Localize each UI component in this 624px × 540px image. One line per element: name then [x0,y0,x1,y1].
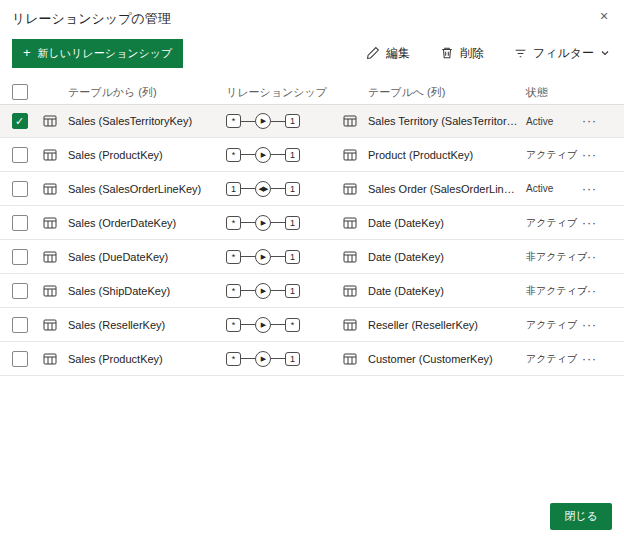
left-cardinality: * [226,284,241,298]
relationship-line [271,154,285,155]
table-icon [342,283,368,299]
table-icon [342,147,368,163]
toolbar: 編集 削除 フィルター [366,45,610,62]
left-cardinality: * [226,148,241,162]
relationship-arrow-icon: ▶ [255,113,271,129]
trash-icon [440,46,454,60]
relationship-line [271,222,285,223]
relationship-line [241,188,255,189]
relationship-row[interactable]: Sales (DueDateKey) * ▶ 1 Date (DateKey) … [0,240,624,274]
relationship-row[interactable]: Sales (ProductKey) * ▶ 1 Product (Produc… [0,138,624,172]
row-checkbox[interactable] [12,317,28,333]
left-cardinality: * [226,318,241,332]
table-icon [42,181,68,197]
to-table-cell: Date (DateKey) [368,217,526,229]
delete-button[interactable]: 削除 [440,45,484,62]
row-checkbox[interactable] [12,147,28,163]
table-icon [342,215,368,231]
relationship-diagram: * ▶ 1 [226,113,342,129]
to-table-cell: Sales Order (SalesOrderLineKey) [368,183,526,195]
right-cardinality: 1 [285,284,300,298]
more-options-button[interactable]: ··· [582,216,612,230]
table-icon [42,113,68,129]
row-checkbox[interactable] [12,215,28,231]
from-table-cell: Sales (ShipDateKey) [68,285,226,297]
relationship-diagram: * ▶ 1 [226,147,342,163]
from-table-cell: Sales (OrderDateKey) [68,217,226,229]
relationship-arrow-icon: ▶ [255,249,271,265]
pencil-icon [366,46,380,60]
table-icon [342,249,368,265]
filter-button[interactable]: フィルター [514,45,610,62]
row-checkbox[interactable] [12,113,28,129]
relationship-arrow-icon: ▶ [255,351,271,367]
more-options-button[interactable]: ··· [582,352,612,366]
more-options-button[interactable]: ··· [582,182,612,196]
table-icon [342,113,368,129]
more-options-button[interactable]: ··· [582,318,612,332]
status-label: 非アクティブ [526,250,582,264]
table-icon [342,181,368,197]
from-table-cell: Sales (SalesTerritoryKey) [68,115,226,127]
row-checkbox[interactable] [12,283,28,299]
close-dialog-icon[interactable]: × [594,6,614,26]
right-cardinality: 1 [285,148,300,162]
filter-icon [514,47,527,60]
more-options-button[interactable]: ··· [582,284,612,298]
more-options-button[interactable]: ··· [582,148,612,162]
left-cardinality: * [226,216,241,230]
row-checkbox[interactable] [12,181,28,197]
from-table-cell: Sales (ResellerKey) [68,319,226,331]
left-cardinality: * [226,250,241,264]
relationship-line [271,324,285,325]
row-checkbox[interactable] [12,249,28,265]
edit-label: 編集 [386,45,410,62]
status-label: アクティブ [526,352,582,366]
relationship-line [271,290,285,291]
row-checkbox[interactable] [12,351,28,367]
to-table-cell: Date (DateKey) [368,251,526,263]
status-label: Active [526,183,582,194]
status-label: アクティブ [526,148,582,162]
plus-icon: + [23,48,31,58]
relationship-line [271,188,285,189]
delete-label: 削除 [460,45,484,62]
select-all-checkbox[interactable] [12,84,28,100]
right-cardinality: 1 [285,250,300,264]
header-from-table: テーブルから (列) [68,85,226,100]
relationship-arrow-icon: ▶ [255,283,271,299]
table-icon [342,317,368,333]
relationship-row[interactable]: Sales (SalesTerritoryKey) * ▶ 1 Sales Te… [0,104,624,138]
header-status: 状態 [526,85,582,100]
relationship-line [241,324,255,325]
table-icon [42,351,68,367]
relationship-row[interactable]: Sales (ShipDateKey) * ▶ 1 Date (DateKey)… [0,274,624,308]
to-table-cell: Date (DateKey) [368,285,526,297]
relationship-line [241,121,255,122]
to-table-cell: Customer (CustomerKey) [368,353,526,365]
status-label: アクティブ [526,216,582,230]
relationship-diagram: * ▶ 1 [226,351,342,367]
relationship-row[interactable]: Sales (OrderDateKey) * ▶ 1 Date (DateKey… [0,206,624,240]
relationship-line [271,358,285,359]
relationship-list: Sales (SalesTerritoryKey) * ▶ 1 Sales Te… [0,104,624,376]
table-icon [42,249,68,265]
relationship-arrow-icon: ▶ [255,147,271,163]
relationship-line [271,121,285,122]
relationship-line [271,256,285,257]
relationship-diagram: * ▶ 1 [226,215,342,231]
table-icon [42,147,68,163]
relationship-row[interactable]: Sales (ResellerKey) * ▶ * Reseller (Rese… [0,308,624,342]
dialog-title: リレーションシップの管理 [12,10,171,28]
left-cardinality: * [226,114,241,128]
to-table-cell: Sales Territory (SalesTerritoryK... [368,115,526,127]
more-options-button[interactable]: ··· [582,250,612,264]
header-relationship: リレーションシップ [226,85,342,100]
close-button[interactable]: 閉じる [550,503,612,530]
manage-relationships-dialog: リレーションシップの管理 × + 新しいリレーションシップ 編集 削除 [0,0,624,540]
relationship-row[interactable]: Sales (SalesOrderLineKey) 1 ◀▶ 1 Sales O… [0,172,624,206]
edit-button[interactable]: 編集 [366,45,410,62]
relationship-row[interactable]: Sales (ProductKey) * ▶ 1 Customer (Custo… [0,342,624,376]
more-options-button[interactable]: ··· [582,114,612,128]
new-relationship-button[interactable]: + 新しいリレーションシップ [12,39,183,68]
